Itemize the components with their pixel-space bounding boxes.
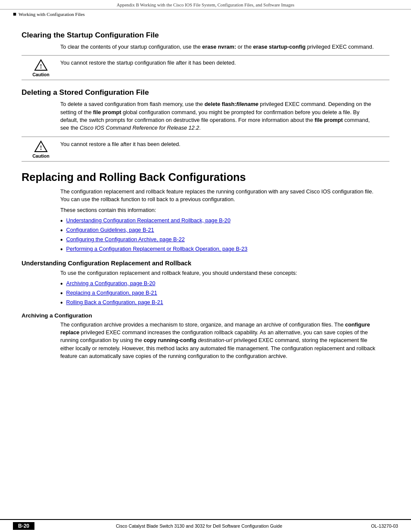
archiving-body: The configuration archive provides a mec… [60, 321, 377, 361]
major-intro-1: The configuration replacement and rollba… [60, 188, 377, 204]
deleting-caution: ! Caution You cannot restore a file afte… [22, 137, 389, 162]
clearing-caution: ! Caution You cannot restore the startup… [22, 55, 389, 80]
section-clearing-heading: Clearing the Startup Configuration File [22, 31, 389, 40]
svg-text:!: ! [40, 145, 42, 151]
footer-page-number: B-20 [13, 522, 34, 530]
page: Appendix B Working with the Cisco IOS Fi… [0, 0, 411, 532]
caution-icon-clearing: ! [34, 59, 48, 71]
page-footer: B-20 Cisco Catalyst Blade Switch 3130 an… [0, 519, 411, 532]
main-content: Clearing the Startup Configuration File … [0, 19, 411, 371]
major-intro-2: These sections contain this information: [60, 206, 377, 214]
understanding-heading: Understanding Configuration Replacement … [22, 260, 389, 267]
footer-center-text: Cisco Catalyst Blade Switch 3130 and 303… [34, 523, 364, 529]
link-2[interactable]: Configuration Guidelines, page B-21 [66, 226, 154, 234]
section-understanding: Understanding Configuration Replacement … [22, 260, 389, 307]
page-header: Appendix B Working with the Cisco IOS Fi… [0, 0, 411, 9]
list-item: Replacing a Configuration, page B-21 [60, 289, 389, 297]
deleting-body-text: To delete a saved configuration from fla… [60, 100, 377, 132]
caution-icon-deleting: ! [34, 140, 48, 152]
list-item: Configuration Guidelines, page B-21 [60, 226, 389, 234]
caution-text-deleting: You cannot restore a file after it has b… [60, 140, 181, 149]
understanding-link-1[interactable]: Archiving a Configuration, page B-20 [66, 280, 156, 288]
understanding-body: To use the configuration replacement and… [60, 269, 377, 277]
link-4[interactable]: Performing a Configuration Replacement o… [66, 245, 248, 253]
understanding-links: Archiving a Configuration, page B-20 Rep… [60, 280, 389, 307]
clearing-body-text: To clear the contents of your startup co… [60, 43, 377, 51]
list-item: Performing a Configuration Replacement o… [60, 245, 389, 253]
header-center: Appendix B Working with the Cisco IOS Fi… [117, 3, 294, 7]
section-deleting-body: To delete a saved configuration from fla… [60, 100, 377, 132]
svg-text:!: ! [40, 63, 42, 70]
archiving-body-text: The configuration archive provides a mec… [60, 321, 377, 361]
understanding-intro: To use the configuration replacement and… [60, 269, 377, 277]
sub-header: ■ Working with Configuration Files [0, 9, 411, 19]
archiving-heading: Archiving a Configuration [22, 312, 389, 319]
section-deleting: Deleting a Stored Configuration File To … [22, 88, 389, 161]
caution-text-clearing: You cannot restore the startup configura… [60, 58, 236, 67]
understanding-link-2[interactable]: Replacing a Configuration, page B-21 [66, 289, 157, 297]
sub-header-bullet: ■ [13, 11, 16, 18]
caution-label-deleting: Caution [32, 153, 50, 159]
sub-header-text: Working with Configuration Files [19, 12, 85, 17]
major-section-heading: Replacing and Rolling Back Configuration… [22, 171, 389, 184]
section-deleting-heading: Deleting a Stored Configuration File [22, 88, 389, 97]
section-archiving: Archiving a Configuration The configurat… [22, 312, 389, 361]
section-clearing: Clearing the Startup Configuration File … [22, 31, 389, 80]
major-section: Replacing and Rolling Back Configuration… [22, 171, 389, 254]
caution-left-clearing: ! Caution [22, 58, 60, 77]
caution-label-clearing: Caution [32, 72, 50, 77]
major-section-body: The configuration replacement and rollba… [60, 188, 377, 214]
understanding-link-3[interactable]: Rolling Back a Configuration, page B-21 [66, 299, 163, 307]
list-item: Archiving a Configuration, page B-20 [60, 280, 389, 288]
major-section-links: Understanding Configuration Replacement … [60, 217, 389, 254]
caution-left-deleting: ! Caution [22, 140, 60, 159]
section-clearing-body: To clear the contents of your startup co… [60, 43, 377, 51]
link-3[interactable]: Configuring the Configuration Archive, p… [66, 236, 185, 244]
list-item: Rolling Back a Configuration, page B-21 [60, 299, 389, 307]
link-1[interactable]: Understanding Configuration Replacement … [66, 217, 230, 225]
footer-doc-number: OL-13270-03 [364, 523, 398, 529]
list-item: Understanding Configuration Replacement … [60, 217, 389, 225]
list-item: Configuring the Configuration Archive, p… [60, 236, 389, 244]
